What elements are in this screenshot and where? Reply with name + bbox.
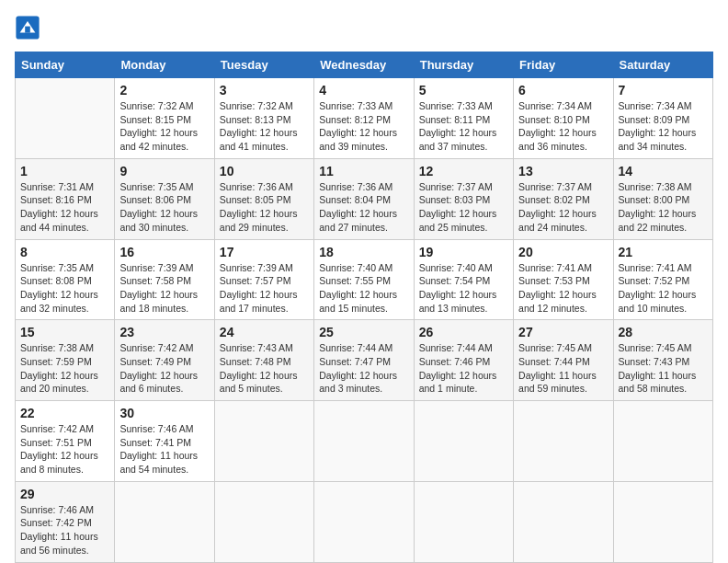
day-number: 18 (319, 245, 408, 259)
col-header-thursday: Thursday (414, 52, 513, 78)
calendar-day-cell: 27Sunrise: 7:45 AM Sunset: 7:44 PM Dayli… (514, 320, 613, 401)
day-number: 23 (119, 325, 209, 339)
day-number: 22 (20, 406, 109, 420)
day-info: Sunrise: 7:40 AM Sunset: 7:55 PM Dayligh… (319, 261, 408, 316)
day-info: Sunrise: 7:41 AM Sunset: 7:53 PM Dayligh… (518, 261, 608, 316)
calendar-day-cell: 23Sunrise: 7:42 AM Sunset: 7:49 PM Dayli… (115, 320, 214, 401)
calendar-day-cell: 15Sunrise: 7:38 AM Sunset: 7:59 PM Dayli… (16, 320, 115, 401)
day-info: Sunrise: 7:45 AM Sunset: 7:44 PM Dayligh… (518, 341, 608, 396)
day-info: Sunrise: 7:46 AM Sunset: 7:41 PM Dayligh… (119, 422, 209, 477)
col-header-friday: Friday (514, 52, 613, 78)
calendar-day-cell: 19Sunrise: 7:40 AM Sunset: 7:54 PM Dayli… (414, 239, 513, 320)
col-header-tuesday: Tuesday (214, 52, 313, 78)
calendar-day-cell: 3Sunrise: 7:32 AM Sunset: 8:13 PM Daylig… (214, 78, 313, 159)
calendar-day-cell: 14Sunrise: 7:38 AM Sunset: 8:00 PM Dayli… (613, 158, 712, 239)
calendar-day-cell: 29Sunrise: 7:46 AM Sunset: 7:42 PM Dayli… (16, 481, 115, 562)
day-number: 2 (119, 83, 209, 98)
day-info: Sunrise: 7:34 AM Sunset: 8:10 PM Dayligh… (518, 99, 608, 154)
calendar-day-cell: 5Sunrise: 7:33 AM Sunset: 8:11 PM Daylig… (414, 78, 513, 159)
calendar-week-row: 29Sunrise: 7:46 AM Sunset: 7:42 PM Dayli… (16, 481, 713, 562)
day-number: 27 (518, 325, 608, 339)
day-info: Sunrise: 7:42 AM Sunset: 7:51 PM Dayligh… (20, 422, 109, 477)
day-number: 7 (619, 83, 708, 98)
calendar-week-row: 8Sunrise: 7:35 AM Sunset: 8:08 PM Daylig… (16, 239, 713, 320)
day-info: Sunrise: 7:35 AM Sunset: 8:08 PM Dayligh… (20, 261, 109, 316)
day-info: Sunrise: 7:36 AM Sunset: 8:04 PM Dayligh… (319, 180, 408, 235)
calendar-day-cell (314, 401, 414, 482)
day-number: 12 (419, 164, 508, 178)
calendar-day-cell: 18Sunrise: 7:40 AM Sunset: 7:55 PM Dayli… (314, 239, 414, 320)
col-header-wednesday: Wednesday (314, 52, 414, 78)
calendar-day-cell: 22Sunrise: 7:42 AM Sunset: 7:51 PM Dayli… (16, 401, 115, 482)
day-info: Sunrise: 7:44 AM Sunset: 7:46 PM Dayligh… (419, 341, 508, 396)
day-info: Sunrise: 7:36 AM Sunset: 8:05 PM Dayligh… (220, 180, 309, 235)
calendar-day-cell (314, 481, 414, 562)
day-info: Sunrise: 7:43 AM Sunset: 7:48 PM Dayligh… (220, 341, 309, 396)
day-number: 10 (220, 164, 309, 178)
svg-rect-2 (25, 27, 30, 33)
day-number: 11 (319, 164, 408, 178)
day-number: 26 (419, 325, 508, 339)
day-info: Sunrise: 7:40 AM Sunset: 7:54 PM Dayligh… (419, 261, 508, 316)
calendar-day-cell: 21Sunrise: 7:41 AM Sunset: 7:52 PM Dayli… (613, 239, 712, 320)
day-number: 15 (20, 325, 109, 339)
day-number: 5 (419, 83, 508, 98)
calendar-day-cell (613, 401, 712, 482)
day-number: 28 (619, 325, 708, 339)
col-header-monday: Monday (115, 52, 214, 78)
calendar-day-cell: 30Sunrise: 7:46 AM Sunset: 7:41 PM Dayli… (115, 401, 214, 482)
calendar-day-cell (414, 401, 513, 482)
col-header-sunday: Sunday (16, 52, 115, 78)
calendar-day-cell: 24Sunrise: 7:43 AM Sunset: 7:48 PM Dayli… (214, 320, 313, 401)
calendar-day-cell: 26Sunrise: 7:44 AM Sunset: 7:46 PM Dayli… (414, 320, 513, 401)
day-number: 1 (20, 164, 109, 178)
day-info: Sunrise: 7:37 AM Sunset: 8:02 PM Dayligh… (518, 180, 608, 235)
day-number: 29 (20, 487, 109, 501)
day-info: Sunrise: 7:45 AM Sunset: 7:43 PM Dayligh… (619, 341, 708, 396)
calendar-day-cell (115, 481, 214, 562)
calendar-day-cell: 9Sunrise: 7:35 AM Sunset: 8:06 PM Daylig… (115, 158, 214, 239)
day-number: 16 (119, 245, 209, 259)
calendar-day-cell: 16Sunrise: 7:39 AM Sunset: 7:58 PM Dayli… (115, 239, 214, 320)
calendar-day-cell (514, 401, 613, 482)
calendar-day-cell: 6Sunrise: 7:34 AM Sunset: 8:10 PM Daylig… (514, 78, 613, 159)
calendar-day-cell (214, 401, 313, 482)
day-info: Sunrise: 7:32 AM Sunset: 8:13 PM Dayligh… (220, 99, 309, 154)
calendar-day-cell (514, 481, 613, 562)
calendar-day-cell: 8Sunrise: 7:35 AM Sunset: 8:08 PM Daylig… (16, 239, 115, 320)
day-number: 4 (319, 83, 408, 98)
day-number: 19 (419, 245, 508, 259)
calendar-day-cell (414, 481, 513, 562)
day-info: Sunrise: 7:46 AM Sunset: 7:42 PM Dayligh… (20, 503, 109, 557)
calendar-day-cell (214, 481, 313, 562)
day-number: 6 (518, 83, 608, 98)
calendar-day-cell (613, 481, 712, 562)
day-info: Sunrise: 7:42 AM Sunset: 7:49 PM Dayligh… (119, 341, 209, 396)
day-number: 3 (220, 83, 309, 98)
day-number: 9 (119, 164, 209, 178)
day-info: Sunrise: 7:39 AM Sunset: 7:57 PM Dayligh… (220, 261, 309, 316)
day-info: Sunrise: 7:38 AM Sunset: 8:00 PM Dayligh… (619, 180, 708, 235)
day-number: 21 (619, 245, 708, 259)
day-info: Sunrise: 7:34 AM Sunset: 8:09 PM Dayligh… (619, 99, 708, 154)
col-header-saturday: Saturday (613, 52, 712, 78)
day-number: 25 (319, 325, 408, 339)
calendar-day-cell: 10Sunrise: 7:36 AM Sunset: 8:05 PM Dayli… (214, 158, 313, 239)
calendar-week-row: 15Sunrise: 7:38 AM Sunset: 7:59 PM Dayli… (16, 320, 713, 401)
day-info: Sunrise: 7:41 AM Sunset: 7:52 PM Dayligh… (619, 261, 708, 316)
logo (15, 15, 44, 40)
calendar-day-cell: 13Sunrise: 7:37 AM Sunset: 8:02 PM Dayli… (514, 158, 613, 239)
day-info: Sunrise: 7:39 AM Sunset: 7:58 PM Dayligh… (119, 261, 209, 316)
day-info: Sunrise: 7:38 AM Sunset: 7:59 PM Dayligh… (20, 341, 109, 396)
calendar-day-cell: 11Sunrise: 7:36 AM Sunset: 8:04 PM Dayli… (314, 158, 414, 239)
day-number: 17 (220, 245, 309, 259)
calendar-day-cell: 4Sunrise: 7:33 AM Sunset: 8:12 PM Daylig… (314, 78, 414, 159)
calendar-day-cell (16, 78, 115, 159)
day-number: 30 (119, 406, 209, 420)
calendar-day-cell: 7Sunrise: 7:34 AM Sunset: 8:09 PM Daylig… (613, 78, 712, 159)
calendar-day-cell: 17Sunrise: 7:39 AM Sunset: 7:57 PM Dayli… (214, 239, 313, 320)
logo-icon (15, 15, 40, 40)
day-number: 14 (619, 164, 708, 178)
day-info: Sunrise: 7:37 AM Sunset: 8:03 PM Dayligh… (419, 180, 508, 235)
calendar-day-cell: 28Sunrise: 7:45 AM Sunset: 7:43 PM Dayli… (613, 320, 712, 401)
